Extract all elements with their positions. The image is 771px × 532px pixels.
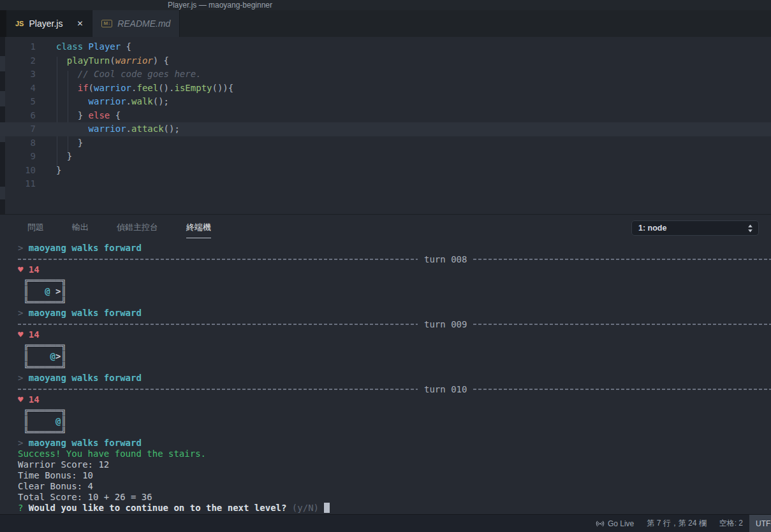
- panel-tab-output[interactable]: 輸出: [72, 218, 89, 238]
- terminal-line: ♥ 14: [18, 264, 771, 275]
- separator-dashes: [18, 389, 418, 390]
- close-tab-icon[interactable]: ✕: [77, 19, 83, 28]
- title-bar: Player.js — maoyang-beginner: [0, 0, 771, 10]
- code-text: if(warrior.feel().isEmpty()){: [56, 82, 233, 96]
- terminal-text: ║: [18, 416, 29, 426]
- terminal-text: ║: [61, 351, 66, 361]
- terminal-line: Warrior Score: 12: [18, 459, 771, 470]
- code-line-current: 7 warrior.attack();: [0, 122, 771, 136]
- code-text: class Player {: [56, 40, 131, 54]
- code-line: 8 }: [0, 136, 771, 150]
- terminal-text: Would you like to continue on to the nex…: [29, 503, 287, 513]
- window-title: Player.js — maoyang-beginner: [0, 0, 440, 10]
- code-text: warrior.attack();: [56, 122, 180, 136]
- terminal-line: ║ @║: [18, 416, 771, 427]
- terminal-text: [29, 416, 55, 426]
- code-text: warrior.walk();: [56, 95, 169, 109]
- terminal-line: Clear Bonus: 4: [18, 481, 771, 492]
- line-number[interactable]: 11: [0, 177, 36, 191]
- terminal-text: >: [18, 438, 29, 448]
- terminal-text: ║: [61, 286, 66, 296]
- separator-dashes: [18, 324, 418, 325]
- tab-label: README.md: [117, 18, 170, 29]
- bottom-panel: 問題輸出偵錯主控台終端機 1: node > maoyang walks for…: [0, 214, 771, 514]
- status-cursor-position[interactable]: 第 7 行，第 24 欄: [640, 515, 712, 532]
- terminal-output[interactable]: > maoyang walks forwardturn 008♥ 14 ╔═══…: [0, 241, 771, 515]
- terminal-line: Total Score: 10 + 26 = 36: [18, 492, 771, 503]
- terminal-text: ╔══════╗: [18, 340, 66, 350]
- line-number[interactable]: 1: [0, 40, 36, 54]
- terminal-line: Success! You have found the stairs.: [18, 449, 771, 459]
- status-go-live[interactable]: Go Live: [589, 515, 640, 532]
- terminal-text: ╚══════╝: [18, 362, 66, 372]
- code-text: }: [56, 164, 61, 178]
- turn-label: turn 008: [418, 254, 473, 264]
- line-number[interactable]: 3: [0, 68, 36, 82]
- terminal-line: ║ @ >║: [18, 286, 771, 297]
- terminal-text: maoyang walks forward: [29, 243, 142, 253]
- separator-dashes: [18, 259, 418, 260]
- terminal-text: [29, 286, 45, 296]
- terminal-line: ╔══════╗: [18, 275, 771, 286]
- status-item-label: 空格: 2: [719, 518, 743, 529]
- terminal-line: ? Would you like to continue on to the n…: [18, 503, 771, 514]
- line-number[interactable]: 5: [0, 95, 36, 109]
- line-number[interactable]: 8: [0, 136, 36, 150]
- terminal-line: ╔══════╗: [18, 405, 771, 416]
- sidebar-edge-strip: [0, 10, 6, 37]
- turn-separator: turn 008: [18, 254, 771, 264]
- status-item-label: Go Live: [608, 519, 634, 528]
- terminal-text: Clear Bonus: 4: [18, 481, 93, 491]
- panel-header: 問題輸出偵錯主控台終端機 1: node: [0, 215, 771, 241]
- terminal-text: Success! You have found the stairs.: [18, 449, 206, 459]
- javascript-file-icon: JS: [15, 20, 24, 27]
- terminal-text: Warrior Score: 12: [18, 459, 109, 470]
- terminal-text: maoyang walks forward: [29, 438, 142, 448]
- code-line: 10}: [0, 164, 771, 178]
- line-number[interactable]: 4: [0, 82, 36, 96]
- code-line: 9 }: [0, 150, 771, 164]
- terminal-line: ╚══════╝: [18, 427, 771, 438]
- line-number[interactable]: 7: [0, 122, 36, 136]
- panel-tab-terminal[interactable]: 終端機: [186, 218, 211, 238]
- terminal-line: > maoyang walks forward: [18, 308, 771, 319]
- terminal-text: ║: [18, 351, 29, 361]
- code-text: }: [56, 136, 83, 150]
- terminal-text: [29, 351, 50, 361]
- terminal-line: ╔══════╗: [18, 340, 771, 351]
- terminal-text: ♥ 14: [18, 329, 40, 340]
- terminal-text: >: [18, 373, 29, 383]
- terminal-text: ?: [18, 503, 29, 513]
- line-number[interactable]: 2: [0, 54, 36, 68]
- terminal-picker-select[interactable]: 1: node: [631, 220, 759, 236]
- terminal-line: > maoyang walks forward: [18, 243, 771, 254]
- terminal-picker-value: 1: node: [638, 224, 747, 233]
- code-line: 1class Player {: [0, 40, 771, 54]
- panel-tab-problems[interactable]: 問題: [27, 218, 44, 238]
- tab-readme-md[interactable]: M↓README.md: [92, 10, 180, 37]
- terminal-line: Time Bonus: 10: [18, 470, 771, 481]
- line-number[interactable]: 9: [0, 150, 36, 164]
- code-editor[interactable]: 1class Player {2 playTurn(warrior) {3 //…: [0, 37, 771, 214]
- status-encoding[interactable]: UTF-8: [749, 515, 771, 532]
- code-text: }: [56, 150, 72, 164]
- panel-tab-debug-console[interactable]: 偵錯主控台: [117, 218, 158, 238]
- terminal-text: Time Bonus: 10: [18, 470, 93, 480]
- terminal-text: (y/N): [286, 503, 324, 513]
- line-number[interactable]: 6: [0, 109, 36, 123]
- terminal-text: ╚══════╝: [18, 297, 66, 307]
- tab-player-js[interactable]: JSPlayer.js✕: [6, 10, 92, 37]
- status-indentation[interactable]: 空格: 2: [713, 515, 749, 532]
- terminal-text: ╔══════╗: [18, 275, 66, 285]
- code-line: 3 // Cool code goes here.: [0, 68, 771, 82]
- terminal-text: Total Score: 10 + 26 = 36: [18, 492, 152, 502]
- code-line: 2 playTurn(warrior) {: [0, 54, 771, 68]
- turn-separator: turn 009: [18, 319, 771, 329]
- code-text: // Cool code goes here.: [56, 68, 202, 82]
- terminal-text: ║: [18, 286, 29, 296]
- terminal-cursor: [324, 503, 329, 513]
- line-number[interactable]: 10: [0, 164, 36, 178]
- terminal-line: ║ @>║: [18, 351, 771, 362]
- terminal-text: ║: [61, 416, 66, 426]
- terminal-text: ♥ 14: [18, 394, 40, 405]
